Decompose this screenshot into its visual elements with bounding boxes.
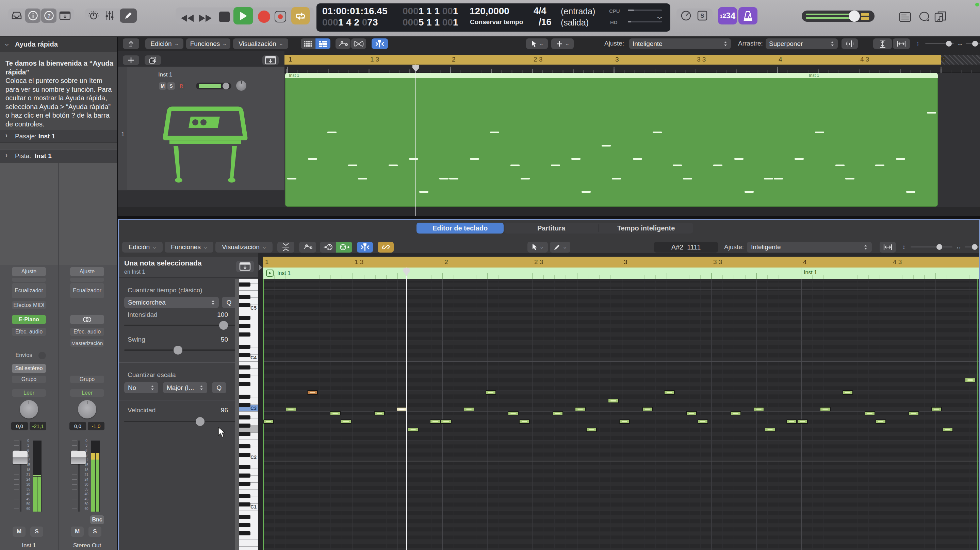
svg-text:S: S xyxy=(700,13,704,19)
svg-text:?: ? xyxy=(47,13,50,19)
